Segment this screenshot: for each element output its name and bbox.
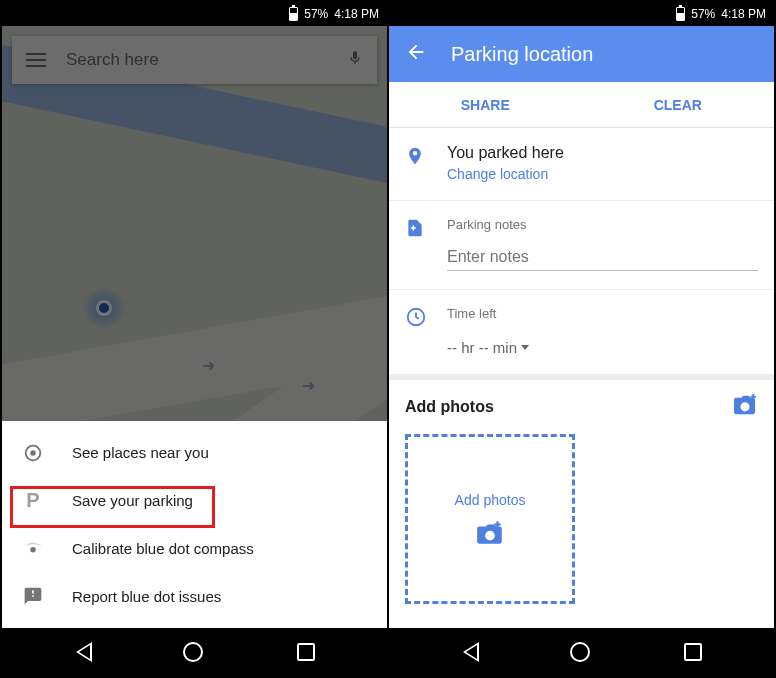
photos-section: Add photos Add photos (389, 380, 774, 618)
sheet-report-issues[interactable]: Report blue dot issues (2, 572, 387, 620)
note-add-icon (405, 217, 427, 271)
bottom-sheet: See places near you P Save your parking … (2, 421, 387, 628)
pin-icon (405, 144, 427, 182)
nav-back-button[interactable] (461, 642, 477, 662)
time-left-label: Time left (447, 306, 758, 321)
scrim-overlay[interactable] (2, 26, 387, 421)
parking-screen: Parking location SHARE CLEAR You parked … (389, 26, 774, 628)
svg-point-2 (30, 547, 36, 553)
notes-input[interactable] (447, 244, 758, 271)
phone-left: 57% 4:18 PM ➜ ➜ Search here (2, 2, 387, 676)
nav-home-button[interactable] (183, 642, 203, 662)
sheet-save-parking[interactable]: P Save your parking (2, 477, 387, 525)
map-screen: ➜ ➜ Search here See places near you P (2, 26, 387, 628)
svg-rect-5 (751, 396, 757, 398)
caret-down-icon (521, 345, 529, 350)
android-nav-bar (2, 628, 387, 676)
nav-recent-button[interactable] (297, 643, 315, 661)
svg-point-1 (31, 451, 35, 455)
status-bar: 57% 4:18 PM (389, 2, 774, 26)
add-photos-heading: Add photos (405, 398, 494, 416)
compass-dot-icon (22, 537, 44, 559)
action-bar: SHARE CLEAR (389, 82, 774, 128)
android-nav-bar (389, 628, 774, 676)
dropzone-label: Add photos (455, 492, 526, 508)
app-bar: Parking location (389, 26, 774, 82)
clock-time: 4:18 PM (334, 7, 379, 21)
time-section: Time left -- hr -- min (389, 290, 774, 380)
status-bar: 57% 4:18 PM (2, 2, 387, 26)
battery-percent: 57% (691, 7, 715, 21)
nav-recent-button[interactable] (684, 643, 702, 661)
phone-right: 57% 4:18 PM Parking location SHARE CLEAR… (389, 2, 774, 676)
sheet-item-label: Report blue dot issues (72, 588, 221, 605)
clock-time: 4:18 PM (721, 7, 766, 21)
photo-dropzone[interactable]: Add photos (405, 434, 575, 604)
notes-label: Parking notes (447, 217, 758, 232)
sheet-see-places[interactable]: See places near you (2, 429, 387, 477)
sheet-item-label: Calibrate blue dot compass (72, 540, 254, 557)
target-icon (22, 442, 44, 464)
time-left-dropdown[interactable]: -- hr -- min (447, 339, 758, 356)
search-bar-scrim (12, 36, 377, 84)
clock-icon (405, 306, 427, 356)
parked-here-label: You parked here (447, 144, 758, 162)
battery-percent: 57% (304, 7, 328, 21)
time-left-value: -- hr -- min (447, 339, 517, 356)
svg-rect-7 (494, 523, 500, 525)
camera-add-icon (475, 520, 505, 546)
screen-title: Parking location (451, 43, 593, 66)
nav-home-button[interactable] (570, 642, 590, 662)
feedback-icon (22, 585, 44, 607)
parked-section: You parked here Change location (389, 128, 774, 201)
notes-section: Parking notes (389, 201, 774, 290)
sheet-item-label: Save your parking (72, 492, 193, 509)
battery-icon (676, 7, 685, 21)
change-location-link[interactable]: Change location (447, 166, 758, 182)
parking-icon: P (22, 490, 44, 512)
clear-button[interactable]: CLEAR (582, 97, 775, 113)
battery-icon (289, 7, 298, 21)
add-photo-button[interactable] (732, 394, 758, 420)
sheet-item-label: See places near you (72, 444, 209, 461)
share-button[interactable]: SHARE (389, 97, 582, 113)
sheet-calibrate-compass[interactable]: Calibrate blue dot compass (2, 525, 387, 573)
back-arrow-button[interactable] (405, 41, 427, 67)
nav-back-button[interactable] (74, 642, 90, 662)
